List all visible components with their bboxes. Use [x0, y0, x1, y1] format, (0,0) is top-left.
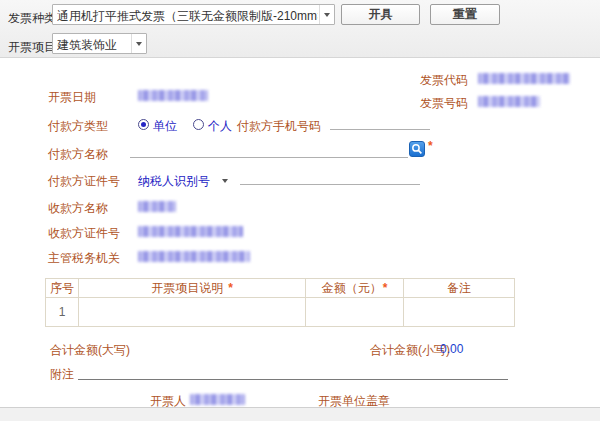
- chevron-down-icon: [319, 5, 334, 24]
- chevron-down-icon: [222, 179, 228, 186]
- invoice-item-selected-value: 建筑装饰业: [57, 37, 130, 54]
- column-header-description-text: 开票项目说明: [151, 280, 223, 297]
- table-row-1-amount-input[interactable]: [306, 298, 404, 326]
- payer-id-type-select[interactable]: 纳税人识别号: [138, 173, 210, 190]
- payee-name-label: 收款方名称: [48, 200, 108, 217]
- payer-type-radio-company-label[interactable]: 单位: [153, 118, 177, 135]
- toolbar: 发票种类: 通用机打平推式发票（三联无金额限制版-210mm×297m 开具 重…: [0, 0, 600, 58]
- search-icon: [410, 142, 424, 156]
- payer-type-radio-individual-label[interactable]: 个人: [208, 118, 232, 135]
- footer-strip: [0, 407, 600, 421]
- total-amount-figures-label: 合计金额(小写): [370, 342, 450, 359]
- table-row-1-remark-input[interactable]: [404, 298, 514, 326]
- description-required-marker: *: [228, 281, 233, 295]
- payee-id-label: 收款方证件号: [48, 225, 120, 242]
- payer-name-required-marker: *: [428, 139, 433, 153]
- table-row-1-description-input[interactable]: [79, 298, 306, 326]
- tax-authority-label: 主管税务机关: [48, 250, 120, 267]
- chevron-down-icon: [131, 34, 146, 53]
- payee-id-value-redacted: [138, 226, 243, 237]
- issue-button[interactable]: 开具: [341, 4, 420, 25]
- payee-name-value-redacted: [138, 201, 176, 212]
- payer-name-label: 付款方名称: [48, 146, 108, 163]
- invoice-number-label: 发票号码: [420, 95, 468, 112]
- total-amount-figures-value: 0.00: [440, 342, 463, 356]
- payer-name-search-button[interactable]: [409, 141, 425, 157]
- invoice-item-select[interactable]: 建筑装饰业: [52, 33, 147, 54]
- column-header-description: 开票项目说明*: [79, 279, 306, 298]
- total-amount-words-label: 合计金额(大写): [50, 342, 130, 359]
- payer-id-label: 付款方证件号: [48, 173, 120, 190]
- invoice-type-selected-value: 通用机打平推式发票（三联无金额限制版-210mm×297m: [57, 8, 318, 25]
- tax-authority-value-redacted: [138, 251, 250, 262]
- column-header-no-text: 序号: [50, 280, 74, 297]
- invoice-code-label: 发票代码: [420, 72, 468, 89]
- invoice-date-label: 开票日期: [48, 89, 96, 106]
- amount-required-marker: *: [383, 281, 388, 295]
- invoice-type-select[interactable]: 通用机打平推式发票（三联无金额限制版-210mm×297m: [52, 4, 335, 25]
- notes-label: 附注: [50, 366, 74, 383]
- payer-name-input[interactable]: [130, 145, 408, 158]
- table-row-1-no: 1: [46, 298, 79, 326]
- payer-type-radio-company[interactable]: [138, 119, 149, 130]
- invoice-number-value-redacted: [478, 96, 540, 107]
- invoice-items-table: 序号 开票项目说明* 金额（元）* 备注 1: [45, 278, 515, 327]
- column-header-amount-text: 金额（元）: [322, 280, 382, 297]
- column-header-amount: 金额（元）*: [306, 279, 404, 298]
- reset-button[interactable]: 重置: [430, 4, 500, 25]
- payer-id-input[interactable]: [240, 172, 420, 185]
- payer-mobile-input[interactable]: [330, 117, 430, 130]
- invoice-issue-window: 发票种类: 通用机打平推式发票（三联无金额限制版-210mm×297m 开具 重…: [0, 0, 600, 421]
- column-header-remark-text: 备注: [447, 280, 471, 297]
- column-header-no: 序号: [46, 279, 79, 298]
- invoice-date-value-redacted: [138, 90, 208, 101]
- issuer-value-redacted: [190, 394, 245, 405]
- payer-type-radio-individual[interactable]: [193, 119, 204, 130]
- invoice-code-value-redacted: [478, 73, 570, 84]
- payer-mobile-label: 付款方手机号码: [237, 118, 321, 135]
- notes-input[interactable]: [78, 367, 508, 380]
- column-header-remark: 备注: [404, 279, 514, 298]
- payer-type-label: 付款方类型: [48, 118, 108, 135]
